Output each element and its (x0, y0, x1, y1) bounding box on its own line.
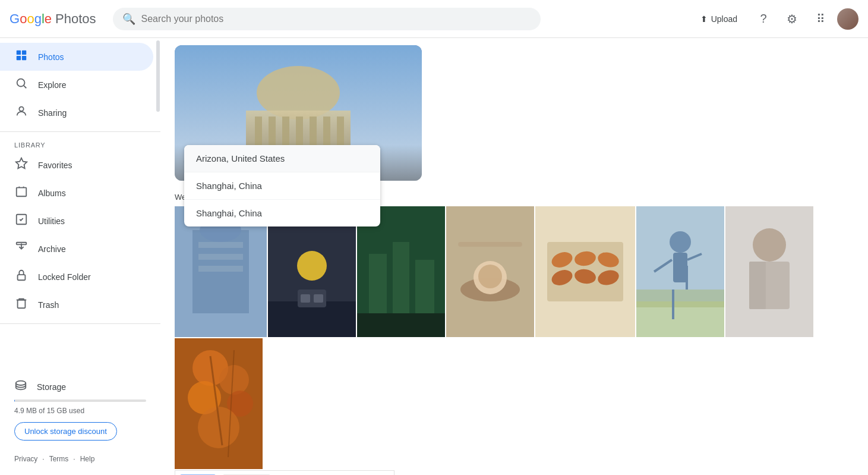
avatar-image (837, 8, 858, 30)
storage-bar (14, 399, 146, 402)
header-actions: ⬆ Upload ? ⚙ ⠿ (691, 7, 858, 31)
photo-5-art (535, 206, 635, 337)
svg-rect-40 (357, 313, 445, 337)
grid-icon: ⠿ (816, 12, 825, 26)
app-header: Google Photos 🔍 ⬆ Upload ? ⚙ ⠿ (0, 0, 868, 38)
svg-rect-27 (198, 254, 243, 260)
trash-icon (14, 297, 29, 313)
sidebar-divider-1 (0, 131, 160, 132)
sidebar-item-trash[interactable]: Trash (0, 291, 153, 319)
svg-rect-76 (175, 471, 394, 475)
photo-8-art (175, 338, 263, 469)
svg-rect-28 (198, 266, 243, 272)
photo-thumb-6[interactable] (636, 206, 724, 337)
svg-rect-12 (18, 300, 26, 309)
storage-bar-fill (14, 399, 15, 402)
gear-icon: ⚙ (787, 12, 797, 26)
storage-label: Storage (37, 382, 66, 392)
svg-rect-8 (17, 188, 27, 197)
sidebar-scrollbar[interactable] (156, 38, 160, 475)
avatar[interactable] (837, 8, 858, 30)
sidebar-item-locked-folder[interactable]: Locked Folder (0, 263, 153, 291)
svg-rect-0 (17, 51, 21, 55)
search-input[interactable] (113, 8, 541, 30)
search-bar-container: 🔍 (113, 8, 541, 30)
svg-rect-56 (636, 290, 724, 307)
sidebar-item-favorites[interactable]: Favorites (0, 151, 153, 179)
footer-dot-1: · (42, 455, 44, 463)
svg-rect-34 (301, 294, 310, 303)
sidebar-photos-label: Photos (38, 52, 64, 62)
photo-thumb-8[interactable] (175, 338, 263, 469)
google-wordmark: Google (10, 11, 52, 27)
autocomplete-dropdown: Arizona, United States Shanghai, China S… (184, 145, 380, 227)
storage-icon (14, 379, 27, 395)
storage-section: Storage 4.9 MB of 15 GB used Unlock stor… (0, 369, 160, 450)
photo-thumb-4[interactable] (446, 206, 534, 337)
settings-button[interactable]: ⚙ (780, 7, 804, 31)
locked-folder-label: Locked Folder (38, 272, 91, 282)
dropdown-item-shanghai-1[interactable]: Shanghai, China (184, 172, 380, 200)
svg-rect-45 (458, 242, 522, 247)
dropdown-item-shanghai-2[interactable]: Shanghai, China (184, 200, 380, 227)
photos-wordmark: Photos (55, 11, 96, 27)
unlock-storage-button[interactable]: Unlock storage discount (14, 422, 117, 441)
library-section-label: LIBRARY (0, 137, 160, 151)
sidebar-item-albums[interactable]: Albums (0, 179, 153, 207)
help-link[interactable]: Help (80, 455, 95, 463)
svg-rect-11 (18, 275, 26, 280)
sidebar-item-photos[interactable]: Photos (0, 43, 153, 71)
photo-6-art (636, 206, 724, 337)
sidebar-item-utilities[interactable]: Utilities (0, 207, 153, 235)
sidebar-item-explore[interactable]: Explore (0, 71, 153, 99)
terms-link[interactable]: Terms (49, 455, 69, 463)
footer-dot-2: · (73, 455, 75, 463)
favorites-label: Favorites (38, 161, 72, 170)
search-icon: 🔍 (122, 12, 135, 26)
photo-thumb-7[interactable] (725, 206, 813, 337)
sidebar: Photos Explore Sharing LIBRARY Favorites (0, 38, 160, 475)
sidebar-item-sharing[interactable]: Sharing (0, 99, 153, 127)
svg-point-57 (670, 231, 691, 253)
svg-point-69 (219, 365, 249, 395)
svg-rect-3 (22, 56, 26, 60)
svg-rect-10 (17, 243, 27, 245)
explore-nav-icon (14, 77, 29, 93)
sidebar-item-archive[interactable]: Archive (0, 235, 153, 263)
photos-grid-row1 (160, 206, 868, 469)
svg-rect-2 (17, 56, 21, 60)
privacy-link[interactable]: Privacy (14, 455, 37, 463)
svg-point-44 (478, 265, 502, 288)
svg-rect-1 (22, 51, 26, 55)
archive-label: Archive (38, 244, 66, 254)
utilities-icon (14, 213, 29, 229)
storage-used-text: 4.9 MB of 15 GB used (14, 407, 146, 415)
svg-line-5 (24, 86, 26, 88)
photo-thumb-collage[interactable] (175, 470, 394, 475)
svg-point-13 (16, 381, 26, 385)
dropdown-item-arizona[interactable]: Arizona, United States (184, 145, 380, 172)
utilities-label: Utilities (38, 216, 65, 226)
albums-icon (14, 185, 29, 201)
svg-point-64 (753, 228, 786, 262)
svg-rect-58 (673, 253, 687, 282)
svg-point-6 (19, 107, 23, 111)
sidebar-sharing-label: Sharing (38, 108, 67, 118)
help-icon: ? (760, 12, 766, 26)
locked-folder-icon (14, 269, 29, 285)
svg-rect-35 (314, 294, 323, 303)
google-photos-logo[interactable]: Google Photos (10, 11, 96, 27)
upload-button[interactable]: ⬆ Upload (691, 10, 747, 29)
svg-marker-7 (16, 158, 27, 168)
favorites-icon (14, 157, 29, 173)
photos-nav-icon (14, 49, 29, 65)
help-button[interactable]: ? (752, 7, 775, 31)
svg-rect-26 (198, 242, 243, 248)
svg-rect-66 (749, 262, 766, 309)
svg-point-32 (297, 251, 327, 281)
albums-label: Albums (38, 188, 66, 198)
photos-grid-row2 (160, 470, 868, 475)
photo-thumb-5[interactable] (535, 206, 635, 337)
collage-art (175, 471, 394, 475)
apps-button[interactable]: ⠿ (809, 7, 832, 31)
